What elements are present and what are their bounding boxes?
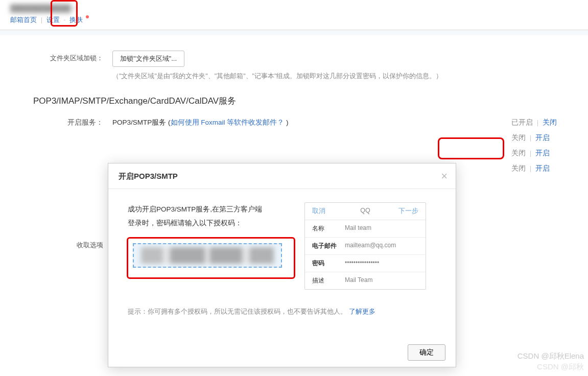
service-row: 关闭 | 开启	[15, 146, 573, 161]
watermark: CSDN @邱秋Elena CSDN @邱秋	[518, 350, 584, 372]
nav-skin[interactable]: 换肤	[69, 16, 83, 24]
example-key: 密码	[312, 259, 345, 268]
example-key: 电子邮件	[312, 242, 345, 250]
example-client-card: 取消 QQ 下一步 名称 Mail team 电子邮件 mailteam@qq.…	[304, 202, 426, 290]
account-email: ████████████ >	[10, 4, 77, 12]
separator: |	[530, 149, 532, 157]
nav-separator: -	[63, 16, 65, 24]
example-value: Mail team	[345, 224, 418, 233]
service-status: 已开启	[511, 119, 533, 126]
dialog-header: 开启POP3/SMTP ×	[108, 163, 456, 189]
example-value: Mail Team	[345, 276, 418, 285]
nav-home[interactable]: 邮箱首页	[10, 16, 37, 24]
separator: |	[537, 119, 539, 126]
separator: |	[530, 165, 532, 172]
nav-separator: |	[41, 16, 42, 24]
example-title: QQ	[338, 207, 393, 216]
lock-folder-button[interactable]: 加锁"文件夹区域"...	[112, 51, 184, 67]
spacer	[0, 30, 588, 35]
receive-options-label: 收取选项	[15, 238, 112, 250]
example-cancel: 取消	[312, 207, 338, 216]
example-key: 描述	[312, 276, 345, 285]
nav-settings[interactable]: 设置	[46, 16, 60, 24]
services-section-title: POP3/IMAP/SMTP/Exchange/CardDAV/CalDAV服务	[15, 86, 573, 110]
dialog-title: 开启POP3/SMTP	[119, 172, 178, 180]
tip-text: 提示：你可拥有多个授权码，所以无需记住该授权码，也不要告诉其他人。	[128, 308, 347, 315]
service-toggle-open[interactable]: 开启	[535, 134, 550, 142]
auth-code-redacted	[141, 247, 274, 264]
ok-button[interactable]: 确定	[408, 344, 445, 361]
example-row-desc: 描述 Mail Team	[305, 272, 426, 289]
service-text-prefix: POP3/SMTP服务 (	[112, 119, 171, 126]
service-row: 关闭 | 开启	[15, 130, 573, 146]
service-status: 关闭	[511, 134, 526, 142]
service-toggle-open[interactable]: 开启	[535, 149, 550, 157]
service-text-suffix: )	[284, 119, 288, 126]
example-value: mailteam@qq.com	[345, 242, 418, 250]
example-next: 下一步	[393, 207, 418, 216]
example-row-name: 名称 Mail team	[305, 220, 426, 238]
watermark-line1: CSDN @邱秋Elena	[518, 350, 584, 361]
service-row-pop3smtp: 开启服务： POP3/SMTP服务 (如何使用 Foxmail 等软件收发邮件？…	[15, 115, 573, 130]
foxmail-help-link[interactable]: 如何使用 Foxmail 等软件收发邮件？	[171, 119, 285, 126]
page-header: ████████████ > 邮箱首页 | 设置 - 换肤	[0, 0, 588, 30]
example-row-password: 密码 ••••••••••••••••	[305, 255, 426, 272]
learn-more-link[interactable]: 了解更多	[349, 308, 375, 315]
service-toggle-close[interactable]: 关闭	[543, 119, 557, 126]
folder-lock-row: 文件夹区域加锁： 加锁"文件夹区域"... （"文件夹区域"是由"我的文件夹"、…	[15, 45, 573, 86]
enable-services-label: 开启服务：	[15, 118, 112, 127]
pop3-smtp-dialog: 开启POP3/SMTP × 成功开启POP3/SMTP服务,在第三方客户端 登录…	[108, 163, 456, 367]
service-name: POP3/SMTP服务 (如何使用 Foxmail 等软件收发邮件？ )	[112, 118, 511, 127]
dialog-info-line1: 成功开启POP3/SMTP服务,在第三方客户端	[128, 202, 301, 216]
separator: |	[530, 134, 532, 142]
folder-lock-label: 文件夹区域加锁：	[15, 51, 112, 63]
example-value: ••••••••••••••••	[345, 259, 418, 268]
header-nav: 邮箱首页 | 设置 - 换肤	[10, 15, 578, 25]
service-status: 关闭	[511, 165, 526, 172]
example-row-email: 电子邮件 mailteam@qq.com	[305, 238, 426, 255]
service-status: 关闭	[511, 149, 526, 157]
dialog-tip: 提示：你可拥有多个授权码，所以无需记住该授权码，也不要告诉其他人。 了解更多	[108, 307, 456, 316]
auth-code-box	[128, 238, 301, 273]
watermark-line2: CSDN @邱秋	[518, 361, 584, 372]
auth-code-field[interactable]	[133, 243, 282, 268]
service-toggle-open[interactable]: 开启	[535, 165, 550, 172]
dialog-info-line2: 登录时，密码框请输入以下授权码：	[128, 216, 301, 230]
notification-dot-icon	[86, 15, 89, 18]
example-key: 名称	[312, 224, 345, 233]
close-icon[interactable]: ×	[441, 170, 448, 183]
folder-lock-hint: （"文件夹区域"是由"我的文件夹"、"其他邮箱"、"记事本"组成。加锁即对这几部…	[112, 72, 573, 81]
